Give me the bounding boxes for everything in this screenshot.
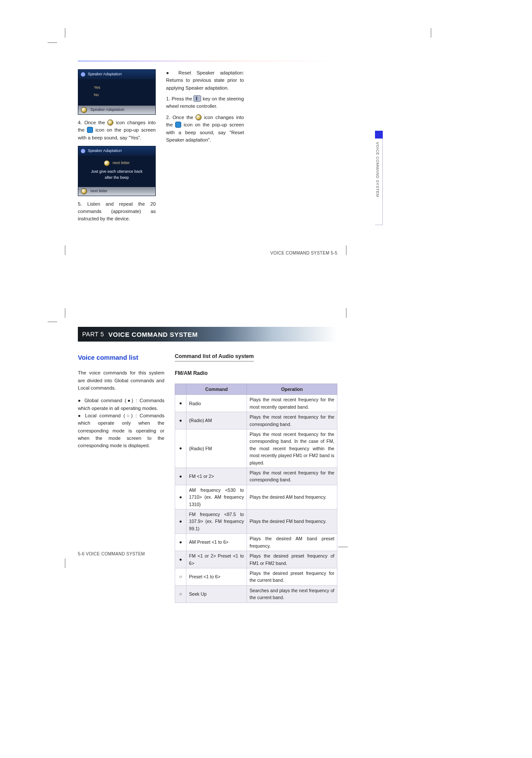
column-c xyxy=(254,69,332,223)
command-table: Command Operation ●RadioPlays the most r… xyxy=(175,384,337,603)
header-gradient xyxy=(78,61,337,61)
listen-disc-icon xyxy=(195,114,202,120)
page-5-6: PART 5 VOICE COMMAND SYSTEM Voice comman… xyxy=(78,327,337,543)
table-row: ●AM frequency <530 to 1710> (ex. AM freq… xyxy=(175,485,337,509)
ui1-title: Speaker Adaptation xyxy=(88,71,122,77)
table-row: ●FM <1 or 2> Preset <1 to 6>Plays the de… xyxy=(175,551,337,568)
row-command: AM frequency <530 to 1710> (ex. AM frequ… xyxy=(186,485,247,509)
chapter-title: VOICE COMMAND SYSTEM xyxy=(108,331,198,338)
section-title: Voice command list xyxy=(78,352,164,362)
speaker-adaptation-window-1: Speaker Adaptation Yes No Speaker Adapta… xyxy=(78,69,156,115)
ui2-icon-label: next letter xyxy=(112,160,130,166)
reset-bullet: ● Reset Speaker adaptation: Returns to p… xyxy=(166,69,244,92)
row-marker: ● xyxy=(175,510,186,534)
row-operation: Plays the most recent frequency for the … xyxy=(247,412,337,429)
no-option: No xyxy=(94,92,153,98)
row-command: (Radio) AM xyxy=(186,412,247,429)
page-number-5-5: VOICE COMMAND SYSTEM 5-5 xyxy=(270,251,337,255)
step-1: 1. Press the key on the steering wheel r… xyxy=(166,95,244,110)
table-row: ●FM <1 or 2>Plays the most recent freque… xyxy=(175,468,337,485)
tab-label: VOICE COMMAND SYSTEM xyxy=(375,142,380,197)
side-thumb-tab: VOICE COMMAND SYSTEM xyxy=(375,139,383,225)
local-command-desc: ● Local command (○) : Commands which ope… xyxy=(78,412,164,450)
voice-key-icon xyxy=(193,95,201,102)
row-operation: Plays the most recent frequency for the … xyxy=(247,429,337,468)
row-command: Radio xyxy=(186,395,247,412)
row-operation: Plays the desired preset frequency for t… xyxy=(247,568,337,585)
step-2: 2. Once the icon changes into the icon o… xyxy=(166,114,244,144)
talk-icon xyxy=(87,127,93,133)
row-command: Seek Up xyxy=(186,585,247,603)
column-right: Command list of Audio system FM/AM Radio… xyxy=(175,352,337,603)
row-operation: Plays the desired AM band preset frequen… xyxy=(247,534,337,551)
row-marker: ● xyxy=(175,534,186,551)
th-marker xyxy=(175,384,186,394)
table-row: ○Preset <1 to 6>Plays the desired preset… xyxy=(175,568,337,585)
audio-command-list-heading: Command list of Audio system xyxy=(175,352,254,361)
tab-accent xyxy=(375,131,383,139)
row-marker: ● xyxy=(175,551,186,568)
row-marker: ● xyxy=(175,429,186,468)
th-operation: Operation xyxy=(247,384,337,394)
table-row: ●RadioPlays the most recent frequency fo… xyxy=(175,395,337,412)
column-b: ● Reset Speaker adaptation: Returns to p… xyxy=(166,69,244,223)
row-marker: ○ xyxy=(175,585,186,603)
speaker-adaptation-window-2: Speaker Adaptation next letter Just give… xyxy=(78,146,156,196)
th-command: Command xyxy=(186,384,247,394)
table-row: ○Seek UpSearches and plays the next freq… xyxy=(175,585,337,603)
row-command: FM frequency <87.5 to 107.9> (ex. FM fre… xyxy=(186,510,247,534)
column-a: Speaker Adaptation Yes No Speaker Adapta… xyxy=(78,69,156,223)
row-command: Preset <1 to 6> xyxy=(186,568,247,585)
mic-icon xyxy=(81,72,85,77)
row-marker: ○ xyxy=(175,568,186,585)
listen-disc-icon xyxy=(81,107,87,113)
listen-disc-icon xyxy=(107,119,113,126)
row-command: (Radio) FM xyxy=(186,429,247,468)
part-label: PART 5 xyxy=(82,331,104,338)
table-row: ●(Radio) AMPlays the most recent frequen… xyxy=(175,412,337,429)
row-operation: Plays the desired FM band frequency. xyxy=(247,510,337,534)
row-marker: ● xyxy=(175,468,186,485)
row-marker: ● xyxy=(175,395,186,412)
row-command: AM Preset <1 to 6> xyxy=(186,534,247,551)
row-operation: Plays the desired preset frequency of FM… xyxy=(247,551,337,568)
column-left: Voice command list The voice commands fo… xyxy=(78,352,164,603)
row-command: FM <1 or 2> xyxy=(186,468,247,485)
ui2-status: next letter xyxy=(90,188,108,194)
chapter-header: PART 5 VOICE COMMAND SYSTEM xyxy=(78,327,337,342)
yes-option: Yes xyxy=(94,85,153,91)
table-row: ●FM frequency <87.5 to 107.9> (ex. FM fr… xyxy=(175,510,337,534)
fm-am-radio-heading: FM/AM Radio xyxy=(175,369,337,377)
ui1-status: Speaker Adaptation xyxy=(90,107,125,113)
ui2-title: Speaker Adaptation xyxy=(88,148,122,154)
table-row: ●(Radio) FMPlays the most recent frequen… xyxy=(175,429,337,468)
page-5-5: Speaker Adaptation Yes No Speaker Adapta… xyxy=(78,61,337,242)
step-5: 5. Listen and repeat the 20 commands (ap… xyxy=(78,200,156,223)
listen-disc-icon xyxy=(81,188,87,194)
mic-icon xyxy=(81,149,85,153)
page-number-5-6: 5-6 VOICE COMMAND SYSTEM xyxy=(78,552,145,556)
ui2-instr2: after the beep xyxy=(81,175,153,181)
row-marker: ● xyxy=(175,485,186,509)
row-command: FM <1 or 2> Preset <1 to 6> xyxy=(186,551,247,568)
ui2-instr1: Just give each utterance back xyxy=(81,169,153,175)
intro-text: The voice commands for this system are d… xyxy=(78,369,164,392)
row-operation: Searches and plays the next frequency of… xyxy=(247,585,337,603)
talk-icon xyxy=(175,122,181,128)
global-command-desc: ● Global command (●) : Commands which op… xyxy=(78,397,164,412)
row-operation: Plays the most recent frequency for the … xyxy=(247,395,337,412)
step-4: 4. Once the icon changes into the icon o… xyxy=(78,119,156,142)
listen-disc-icon xyxy=(104,160,110,166)
row-marker: ● xyxy=(175,412,186,429)
row-operation: Plays the most recent frequency for the … xyxy=(247,468,337,485)
row-operation: Plays the desired AM band frequency. xyxy=(247,485,337,509)
table-row: ●AM Preset <1 to 6>Plays the desired AM … xyxy=(175,534,337,551)
